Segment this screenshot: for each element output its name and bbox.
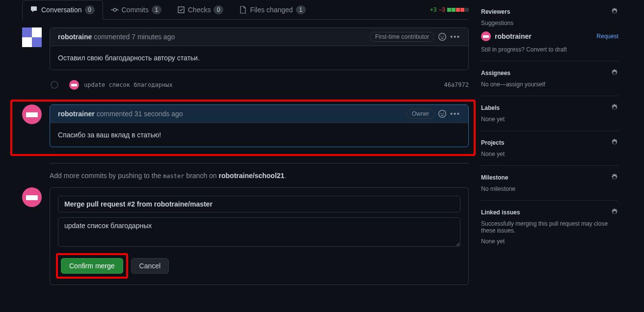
conversation-icon <box>30 6 38 14</box>
tab-commits[interactable]: Commits 1 <box>103 0 169 19</box>
commit-icon <box>111 6 119 14</box>
convert-draft-link[interactable]: Still in progress? Convert to draft <box>481 46 618 53</box>
tab-conversation[interactable]: Conversation 0 <box>22 0 103 20</box>
avatar[interactable] <box>22 27 42 47</box>
commit-sha[interactable]: 46a7972 <box>444 81 469 88</box>
sidebar-linked-issues: Linked issues Successfully merging this … <box>481 201 618 253</box>
comment-body: Спасибо за ваш вклад в статью! <box>50 123 468 147</box>
sidebar-text: None yet <box>481 151 618 157</box>
assign-yourself-link[interactable]: No one—assign yourself <box>481 81 618 88</box>
sidebar-section-title: Assignees <box>481 70 510 77</box>
tab-label: Conversation <box>41 6 82 14</box>
tab-files[interactable]: Files changed 1 <box>231 0 313 19</box>
tab-counter: 1 <box>152 5 161 14</box>
sidebar-projects: Projects None yet <box>481 131 618 166</box>
sidebar-reviewers: Reviewers Suggestions robotrainer Reques… <box>481 0 618 61</box>
tab-label: Checks <box>188 6 211 14</box>
comment-author[interactable]: robotrainer <box>58 110 95 118</box>
sidebar-text: None yet <box>481 116 618 123</box>
sidebar-text: No milestone <box>481 185 618 192</box>
diff-additions: +3 <box>430 6 437 13</box>
gear-icon[interactable] <box>611 104 618 112</box>
tab-counter: 1 <box>296 5 306 14</box>
diff-stat: +3 −3 <box>430 6 469 13</box>
sidebar-text: None yet <box>481 238 618 245</box>
avatar[interactable] <box>22 104 42 124</box>
comment-body: Оставил свою благодарность автору статьи… <box>50 46 468 70</box>
request-review-link[interactable]: Request <box>596 33 618 40</box>
comment-meta: commented 7 minutes ago <box>94 33 175 41</box>
sidebar-section-title: Labels <box>481 104 500 111</box>
owner-badge: Owner <box>406 109 434 119</box>
comment-meta: commented 31 seconds ago <box>97 110 183 118</box>
kebab-icon[interactable]: ••• <box>450 33 460 41</box>
cancel-button[interactable]: Cancel <box>131 258 169 274</box>
comment-item: robotraine commented 7 minutes ago First… <box>22 27 469 70</box>
commit-message[interactable]: update список благодарных <box>84 81 439 88</box>
gear-icon[interactable] <box>611 139 618 147</box>
tab-counter: 0 <box>214 5 223 14</box>
sidebar-section-title: Milestone <box>481 174 508 181</box>
file-icon <box>239 6 247 14</box>
push-hint: Add more commits by pushing to the maste… <box>50 163 469 180</box>
commit-dot-icon <box>51 81 58 89</box>
suggestions-label: Suggestions <box>481 20 618 26</box>
comment-author[interactable]: robotraine <box>58 33 92 41</box>
gear-icon[interactable] <box>611 8 618 16</box>
avatar[interactable] <box>22 187 42 207</box>
comment-item: robotrainer commented 31 seconds ago Own… <box>22 104 469 147</box>
sidebar-text: Successfully merging this pull request m… <box>481 220 618 234</box>
reviewer-name[interactable]: robotrainer <box>495 32 532 40</box>
contributor-badge: First-time contributor <box>370 32 434 42</box>
sidebar-milestone: Milestone No milestone <box>481 166 618 201</box>
sidebar-assignees: Assignees No one—assign yourself <box>481 61 618 96</box>
sidebar-labels: Labels None yet <box>481 96 618 131</box>
merge-title-input[interactable] <box>58 196 460 212</box>
diff-deletions: −3 <box>438 6 445 13</box>
sidebar-section-title: Projects <box>481 139 504 146</box>
gear-icon[interactable] <box>611 174 618 182</box>
sidebar-section-title: Linked issues <box>481 209 520 216</box>
merge-desc-textarea[interactable] <box>58 217 460 247</box>
gear-icon[interactable] <box>611 69 618 77</box>
diff-blocks <box>447 8 469 12</box>
tab-checks[interactable]: Checks 0 <box>169 0 232 19</box>
check-icon <box>177 6 185 14</box>
commit-item: update список благодарных 46a7972 <box>51 80 469 90</box>
emoji-icon[interactable] <box>438 110 446 118</box>
confirm-merge-button[interactable]: Confirm merge <box>61 258 123 274</box>
merge-form: Confirm merge Cancel <box>22 187 469 285</box>
kebab-icon[interactable]: ••• <box>450 110 460 118</box>
emoji-icon[interactable] <box>438 33 446 41</box>
avatar[interactable] <box>69 80 79 90</box>
tab-counter: 0 <box>85 5 95 14</box>
tab-label: Files changed <box>250 6 293 14</box>
avatar[interactable] <box>481 31 491 41</box>
pr-tabs: Conversation 0 Commits 1 Checks 0 Files … <box>22 0 469 20</box>
gear-icon[interactable] <box>611 208 618 216</box>
tab-label: Commits <box>122 6 149 14</box>
sidebar-section-title: Reviewers <box>481 8 510 15</box>
